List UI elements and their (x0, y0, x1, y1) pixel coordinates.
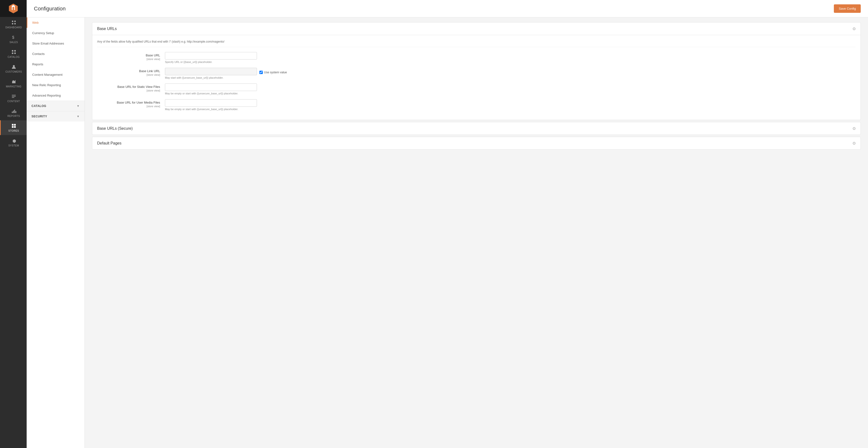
content-area: Web Currency Setup Store Email Addresses… (27, 18, 868, 448)
base-url-static-input[interactable] (165, 84, 257, 91)
base-link-url-sublabel: [store view] (97, 73, 160, 76)
base-link-url-input-row: Use system value (165, 68, 856, 75)
dashboard-icon (11, 20, 17, 25)
base-url-media-input-col: May be empty or start with {{unsecure_ba… (165, 99, 856, 110)
base-url-sublabel: [store view] (97, 58, 160, 61)
svg-text:$: $ (12, 35, 14, 39)
form-row-base-link-url: Base Link URL [store view] Use system va… (97, 68, 856, 79)
chevron-down-icon: ▼ (77, 115, 80, 118)
base-url-media-input[interactable] (165, 99, 257, 107)
collapse-icon-secure: ⊙ (852, 126, 856, 131)
sidebar-logo (0, 0, 27, 17)
use-system-value-checkbox[interactable] (259, 71, 263, 74)
svg-rect-12 (12, 97, 14, 98)
left-nav-item-reports[interactable]: Reports (27, 59, 85, 69)
left-nav-section-security[interactable]: SECURITY ▼ (27, 111, 85, 122)
base-urls-secure-panel: Base URLs (Secure) ⊙ (92, 122, 861, 135)
left-nav-item-advanced-reporting[interactable]: Advanced Reporting (27, 90, 85, 101)
chevron-down-icon: ▼ (77, 104, 80, 108)
left-nav-item-web[interactable]: Web (27, 18, 85, 28)
svg-rect-7 (12, 53, 13, 54)
svg-rect-5 (12, 50, 13, 52)
base-url-media-sublabel: [store view] (97, 105, 160, 108)
default-pages-panel: Default Pages ⊙ (92, 137, 861, 150)
svg-rect-8 (14, 53, 16, 54)
stores-icon (11, 123, 17, 129)
default-pages-header[interactable]: Default Pages ⊙ (92, 137, 861, 149)
svg-rect-10 (12, 95, 16, 95)
sidebar-item-content[interactable]: CONTENT (0, 91, 27, 105)
svg-rect-6 (14, 50, 16, 52)
svg-rect-17 (12, 124, 13, 126)
form-row-base-url-media: Base URL for User Media Files [store vie… (97, 99, 856, 110)
svg-point-0 (12, 21, 13, 22)
base-link-url-label-col: Base Link URL [store view] (97, 68, 165, 76)
base-link-url-input[interactable] (165, 68, 257, 75)
base-url-input[interactable] (165, 52, 257, 60)
base-url-media-input-row (165, 99, 856, 107)
svg-rect-11 (12, 96, 16, 97)
customers-icon (11, 64, 17, 69)
svg-rect-19 (12, 126, 13, 128)
sidebar-item-sales[interactable]: $ SALES (0, 32, 27, 46)
sidebar-item-stores[interactable]: STORES (0, 120, 27, 135)
left-nav-item-store-email[interactable]: Store Email Addresses (27, 38, 85, 49)
base-url-input-col: Specify URL or {{base_url}} placeholder. (165, 52, 856, 63)
base-url-media-label-col: Base URL for User Media Files [store vie… (97, 99, 165, 108)
left-nav-item-contacts[interactable]: Contacts (27, 49, 85, 59)
base-url-static-label: Base URL for Static View Files (97, 85, 160, 89)
sidebar-item-customers[interactable]: CUSTOMERS (0, 61, 27, 76)
sidebar-item-reports[interactable]: REPORTS (0, 105, 27, 120)
magento-logo-icon (8, 4, 18, 13)
svg-point-3 (14, 23, 16, 25)
svg-point-1 (14, 21, 16, 22)
marketing-icon (11, 79, 17, 84)
base-link-url-input-col: Use system value May start with {{unsecu… (165, 68, 856, 79)
base-url-media-label: Base URL for User Media Files (97, 101, 160, 104)
sales-icon: $ (11, 35, 17, 40)
sidebar-item-catalog[interactable]: CATALOG (0, 46, 27, 61)
catalog-icon (11, 50, 17, 55)
svg-rect-13 (12, 111, 12, 113)
form-row-base-url: Base URL [store view] Specify URL or {{b… (97, 52, 856, 63)
sidebar-item-system[interactable]: SYSTEM (0, 135, 27, 150)
left-nav-item-new-relic[interactable]: New Relic Reporting (27, 80, 85, 90)
sidebar-item-marketing[interactable]: MARKETING (0, 76, 27, 91)
collapse-icon-default: ⊙ (852, 141, 856, 146)
use-system-value-label: Use system value (259, 71, 287, 74)
base-url-static-hint: May be empty or start with {{unsecure_ba… (165, 92, 856, 95)
form-row-base-url-static: Base URL for Static View Files [store vi… (97, 84, 856, 95)
base-url-input-row (165, 52, 856, 60)
base-url-label-col: Base URL [store view] (97, 52, 165, 61)
svg-rect-14 (13, 110, 14, 113)
base-urls-description: Any of the fields allow fully qualified … (97, 40, 856, 47)
base-urls-panel: Base URLs ⊙ Any of the fields allow full… (92, 22, 861, 120)
base-url-label: Base URL (97, 54, 160, 57)
main-content: Base URLs ⊙ Any of the fields allow full… (85, 18, 868, 448)
sidebar: DASHBOARD $ SALES CATALOG CUSTOMERS MARK… (0, 0, 27, 448)
left-nav-section-catalog[interactable]: CATALOG ▼ (27, 101, 85, 111)
base-urls-body: Any of the fields allow fully qualified … (92, 35, 861, 120)
svg-rect-16 (16, 111, 16, 113)
base-url-static-input-row (165, 84, 856, 91)
base-urls-header[interactable]: Base URLs ⊙ (92, 23, 861, 35)
left-nav-item-currency-setup[interactable]: Currency Setup (27, 28, 85, 38)
base-url-hint: Specify URL or {{base_url}} placeholder. (165, 61, 856, 63)
system-icon (11, 138, 17, 143)
left-nav: Web Currency Setup Store Email Addresses… (27, 18, 85, 448)
main-area: Configuration Save Config Web Currency S… (27, 0, 868, 448)
sidebar-item-dashboard[interactable]: DASHBOARD (0, 17, 27, 32)
svg-point-9 (13, 65, 15, 67)
default-pages-title: Default Pages (97, 141, 122, 146)
page-header: Configuration Save Config (27, 0, 868, 18)
base-urls-secure-header[interactable]: Base URLs (Secure) ⊙ (92, 122, 861, 135)
svg-point-2 (12, 23, 13, 25)
svg-rect-20 (14, 126, 16, 128)
collapse-icon: ⊙ (852, 26, 856, 31)
left-nav-item-content-management[interactable]: Content Management (27, 69, 85, 80)
base-url-static-input-col: May be empty or start with {{unsecure_ba… (165, 84, 856, 95)
base-url-static-sublabel: [store view] (97, 89, 160, 92)
save-config-button[interactable]: Save Config (834, 4, 861, 13)
base-urls-title: Base URLs (97, 27, 117, 31)
content-icon (11, 94, 17, 99)
